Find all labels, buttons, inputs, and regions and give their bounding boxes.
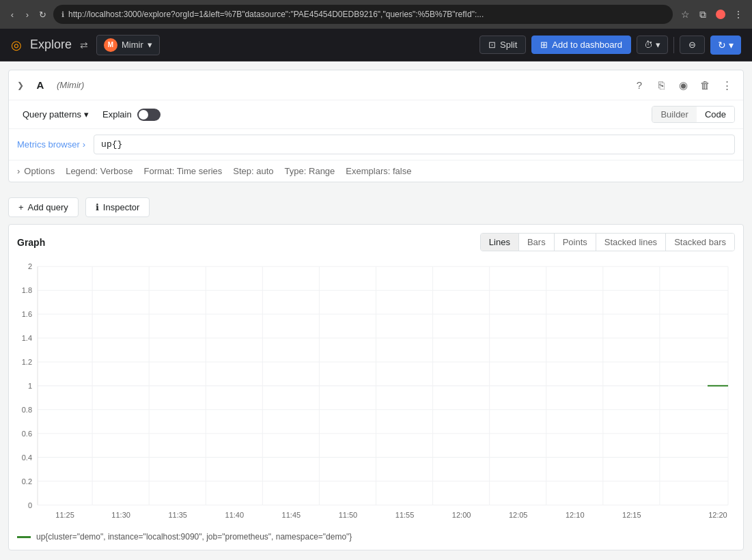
svg-text:0.6: 0.6 <box>22 430 32 438</box>
svg-text:11:30: 11:30 <box>111 511 130 519</box>
refresh-chevron: ▾ <box>729 40 734 51</box>
inspector-icon: ℹ <box>96 202 99 212</box>
metrics-browser-label: Metrics browser <box>17 139 80 150</box>
svg-text:12:00: 12:00 <box>452 511 471 519</box>
url-bar[interactable]: ℹ http://localhost:3000/explore?orgId=1&… <box>53 5 673 24</box>
svg-text:0: 0 <box>28 501 32 509</box>
explain-toggle[interactable] <box>137 109 161 121</box>
add-query-button[interactable]: + Add query <box>8 197 79 217</box>
query-trash-icon[interactable]: 🗑 <box>697 79 713 91</box>
graph-tab-points[interactable]: Points <box>555 234 596 251</box>
svg-text:11:40: 11:40 <box>225 511 245 519</box>
chart-legend: up{cluster="demo", instance="localhost:9… <box>17 527 735 542</box>
metrics-browser-link[interactable]: Metrics browser › <box>17 139 85 150</box>
query-datasource: (Mimir) <box>57 80 84 90</box>
graph-tab-lines[interactable]: Lines <box>481 234 519 251</box>
share-icon[interactable]: ⇄ <box>80 40 88 51</box>
builder-code-switch: Builder Code <box>652 106 735 123</box>
code-tab[interactable]: Code <box>697 107 734 122</box>
exemplars-option: Exemplars: false <box>346 166 411 176</box>
svg-text:2: 2 <box>28 262 32 270</box>
time-icon: ⏱ <box>644 40 653 50</box>
split-icon: ⊡ <box>488 40 496 50</box>
options-expand-icon: › <box>17 166 20 176</box>
svg-text:1.6: 1.6 <box>22 310 32 318</box>
builder-tab[interactable]: Builder <box>652 107 696 122</box>
split-label: Split <box>500 40 517 50</box>
app-title: Explore <box>30 38 72 52</box>
add-query-icon: + <box>18 202 24 212</box>
datasource-avatar: M <box>104 38 117 52</box>
graph-panel: Graph Lines Bars Points Stacked lines St… <box>8 224 744 550</box>
explain-label: Explain <box>102 109 132 120</box>
bookmark-icon[interactable]: ☆ <box>678 8 692 21</box>
refresh-button[interactable]: ↻ ▾ <box>710 36 741 55</box>
datasource-name: Mimir <box>122 40 143 50</box>
time-picker[interactable]: ⏱ ▾ <box>637 36 668 54</box>
query-more-icon[interactable]: ⋮ <box>719 79 735 92</box>
format-option: Format: Time series <box>143 166 222 176</box>
graph-tab-bars[interactable]: Bars <box>519 234 555 251</box>
bottom-toolbar: + Add query ℹ Inspector <box>8 191 744 224</box>
datasource-selector[interactable]: M Mimir ▾ <box>96 35 160 55</box>
query-info-icon[interactable]: ? <box>631 79 647 91</box>
query-patterns-button[interactable]: Query patterns ▾ <box>17 107 94 122</box>
inspector-button[interactable]: ℹ Inspector <box>85 197 150 217</box>
query-input[interactable] <box>94 135 735 154</box>
svg-text:12:10: 12:10 <box>566 511 585 519</box>
legend-option: Legend: Verbose <box>66 166 133 176</box>
graph-header: Graph Lines Bars Points Stacked lines St… <box>17 233 735 251</box>
options-expand-button[interactable]: › Options <box>17 166 55 176</box>
query-header: ❯ A (Mimir) ? ⎘ ◉ 🗑 ⋮ <box>9 70 743 100</box>
svg-text:1: 1 <box>28 382 32 390</box>
main-content: ❯ A (Mimir) ? ⎘ ◉ 🗑 ⋮ Query patterns ▾ E… <box>0 61 752 560</box>
profile-icon[interactable] <box>714 8 727 21</box>
svg-text:1.8: 1.8 <box>22 286 32 294</box>
svg-text:0.8: 0.8 <box>22 406 32 414</box>
add-query-label: Add query <box>28 202 68 212</box>
datasource-chevron: ▾ <box>148 40 152 50</box>
menu-icon[interactable]: ⋮ <box>732 8 745 21</box>
svg-text:11:45: 11:45 <box>282 511 301 519</box>
add-to-dashboard-button[interactable]: ⊞ Add to dashboard <box>531 36 631 54</box>
app-logo[interactable]: ◎ <box>11 38 22 53</box>
graph-tab-stacked-lines[interactable]: Stacked lines <box>596 234 666 251</box>
graph-tab-stacked-bars[interactable]: Stacked bars <box>666 234 734 251</box>
nav-reload-icon[interactable]: ↻ <box>37 9 48 20</box>
refresh-icon: ↻ <box>718 40 726 51</box>
query-input-row: Metrics browser › <box>9 129 743 160</box>
query-letter: A <box>32 79 48 91</box>
chart-container: 2 1.8 1.6 1.4 1.2 1 0.8 0.6 0.4 0.2 0 <box>17 260 735 521</box>
svg-text:1.4: 1.4 <box>22 334 32 342</box>
add-to-dashboard-label: Add to dashboard <box>552 40 622 50</box>
metrics-browser-chevron: › <box>83 139 85 150</box>
zoom-out-button[interactable]: ⊖ <box>680 36 705 54</box>
svg-text:12:20: 12:20 <box>708 511 727 519</box>
query-eye-icon[interactable]: ◉ <box>675 79 691 92</box>
header-divider <box>673 37 674 53</box>
type-option: Type: Range <box>285 166 335 176</box>
options-label: Options <box>24 166 55 176</box>
svg-text:11:55: 11:55 <box>395 511 415 519</box>
toggle-knob <box>139 110 148 120</box>
nav-forward-icon[interactable]: › <box>22 9 33 20</box>
extensions-icon[interactable]: ⧉ <box>696 8 710 21</box>
svg-text:11:35: 11:35 <box>168 511 187 519</box>
svg-text:0.2: 0.2 <box>22 477 32 486</box>
split-button[interactable]: ⊡ Split <box>479 36 526 54</box>
app-header: ◎ Explore ⇄ M Mimir ▾ ⊡ Split ⊞ Add to d… <box>0 29 752 61</box>
graph-title: Graph <box>17 237 45 248</box>
dashboard-icon: ⊞ <box>540 40 548 50</box>
svg-text:11:50: 11:50 <box>339 511 358 519</box>
query-collapse-button[interactable]: ❯ <box>17 81 24 90</box>
explain-section: Explain <box>102 109 161 121</box>
query-copy-icon[interactable]: ⎘ <box>653 79 669 91</box>
query-options-row: › Options Legend: Verbose Format: Time s… <box>9 160 743 182</box>
query-toolbar: Query patterns ▾ Explain Builder Code <box>9 100 743 129</box>
graph-type-tabs: Lines Bars Points Stacked lines Stacked … <box>480 233 735 251</box>
url-text: http://localhost:3000/explore?orgId=1&le… <box>68 10 484 19</box>
nav-back-icon[interactable]: ‹ <box>7 9 18 20</box>
svg-text:12:05: 12:05 <box>509 511 528 519</box>
svg-text:0.4: 0.4 <box>22 453 32 462</box>
svg-text:11:25: 11:25 <box>55 511 74 519</box>
